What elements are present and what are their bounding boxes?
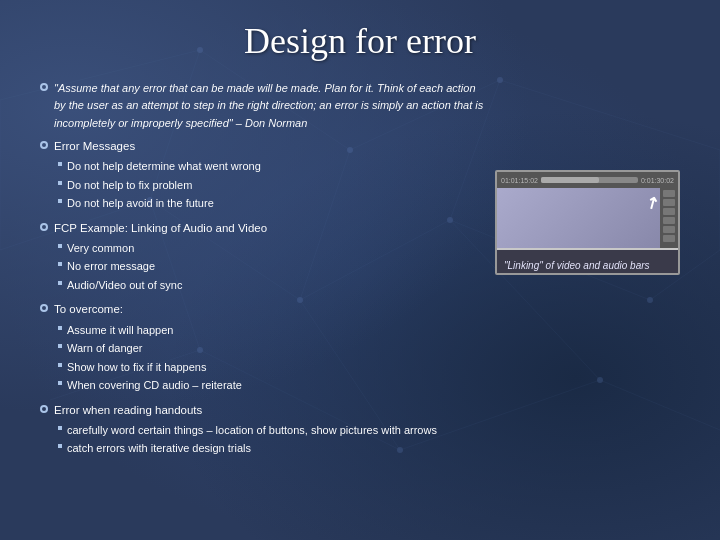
video-timeline xyxy=(541,177,638,183)
bullet-icon-1 xyxy=(40,83,48,91)
overcome-sub: Assume it will happen Warn of danger Sho… xyxy=(58,322,485,394)
right-panel: 01:01:15:02 0:01:30:02 xyxy=(495,170,680,465)
ctrl-1 xyxy=(663,190,675,197)
sub-bullet-icon xyxy=(58,381,62,385)
quote-bullet: "Assume that any error that can be made … xyxy=(40,80,485,132)
video-time-left: 01:01:15:02 xyxy=(501,177,538,184)
bullet-icon-2 xyxy=(40,141,48,149)
video-top-bar: 01:01:15:02 0:01:30:02 xyxy=(497,172,678,188)
fcp-sub: Very common No error message Audio/Video… xyxy=(58,240,485,294)
sub-bullet-icon xyxy=(58,444,62,448)
error-messages-text: Error Messages Do not help determine wha… xyxy=(54,138,485,214)
bullet-icon-4 xyxy=(40,304,48,312)
sub-bullet-icon xyxy=(58,162,62,166)
sub-bullet-icon xyxy=(58,281,62,285)
ctrl-6 xyxy=(663,235,675,242)
error-messages-bullet: Error Messages Do not help determine wha… xyxy=(40,138,485,214)
handouts-text: Error when reading handouts carefully wo… xyxy=(54,402,485,459)
sub-bullet-oc-1: Assume it will happen xyxy=(58,322,485,339)
video-label-text: "Linking" of video and audio bars should… xyxy=(504,260,650,275)
video-mockup: 01:01:15:02 0:01:30:02 xyxy=(495,170,680,275)
handouts-bullet: Error when reading handouts carefully wo… xyxy=(40,402,485,459)
fcp-bullet: FCP Example: Linking of Audio and Video … xyxy=(40,220,485,296)
sub-bullet-ho-1: carefully word certain things – location… xyxy=(58,422,485,439)
ctrl-3 xyxy=(663,208,675,215)
sub-bullet-fcp-3: Audio/Video out of sync xyxy=(58,277,485,294)
body-container: "Assume that any error that can be made … xyxy=(40,80,680,465)
main-content: Design for error "Assume that any error … xyxy=(0,0,720,540)
sub-bullet-icon xyxy=(58,244,62,248)
sub-bullet-icon xyxy=(58,363,62,367)
bullet-icon-3 xyxy=(40,223,48,231)
sub-bullet-em-3: Do not help avoid in the future xyxy=(58,195,485,212)
sub-bullet-fcp-1: Very common xyxy=(58,240,485,257)
video-controls-strip xyxy=(660,188,678,248)
error-messages-sub: Do not help determine what went wrong Do… xyxy=(58,158,485,212)
text-section: "Assume that any error that can be made … xyxy=(40,80,485,465)
sub-bullet-icon xyxy=(58,426,62,430)
overcome-text: To overcome: Assume it will happen Warn … xyxy=(54,301,485,395)
page-title: Design for error xyxy=(40,20,680,62)
video-area xyxy=(497,188,660,248)
quote-text: "Assume that any error that can be made … xyxy=(54,80,485,132)
sub-bullet-icon xyxy=(58,181,62,185)
handouts-sub: carefully word certain things – location… xyxy=(58,422,485,457)
sub-bullet-oc-4: When covering CD audio – reiterate xyxy=(58,377,485,394)
sub-bullet-fcp-2: No error message xyxy=(58,258,485,275)
sub-bullet-icon xyxy=(58,326,62,330)
video-timeline-fill xyxy=(541,177,599,183)
sub-bullet-em-1: Do not help determine what went wrong xyxy=(58,158,485,175)
sub-bullet-oc-2: Warn of danger xyxy=(58,340,485,357)
ctrl-2 xyxy=(663,199,675,206)
ctrl-4 xyxy=(663,217,675,224)
video-body: ↗ xyxy=(497,188,678,248)
sub-bullet-icon xyxy=(58,344,62,348)
ctrl-5 xyxy=(663,226,675,233)
fcp-text: FCP Example: Linking of Audio and Video … xyxy=(54,220,485,296)
sub-bullet-icon xyxy=(58,262,62,266)
sub-bullet-ho-2: catch errors with iterative design trial… xyxy=(58,440,485,457)
video-time-right: 0:01:30:02 xyxy=(641,177,674,184)
sub-bullet-oc-3: Show how to fix if it happens xyxy=(58,359,485,376)
sub-bullet-em-2: Do not help to fix problem xyxy=(58,177,485,194)
bullet-icon-5 xyxy=(40,405,48,413)
sub-bullet-icon xyxy=(58,199,62,203)
overcome-bullet: To overcome: Assume it will happen Warn … xyxy=(40,301,485,395)
video-label-area: "Linking" of video and audio bars should… xyxy=(497,250,678,275)
